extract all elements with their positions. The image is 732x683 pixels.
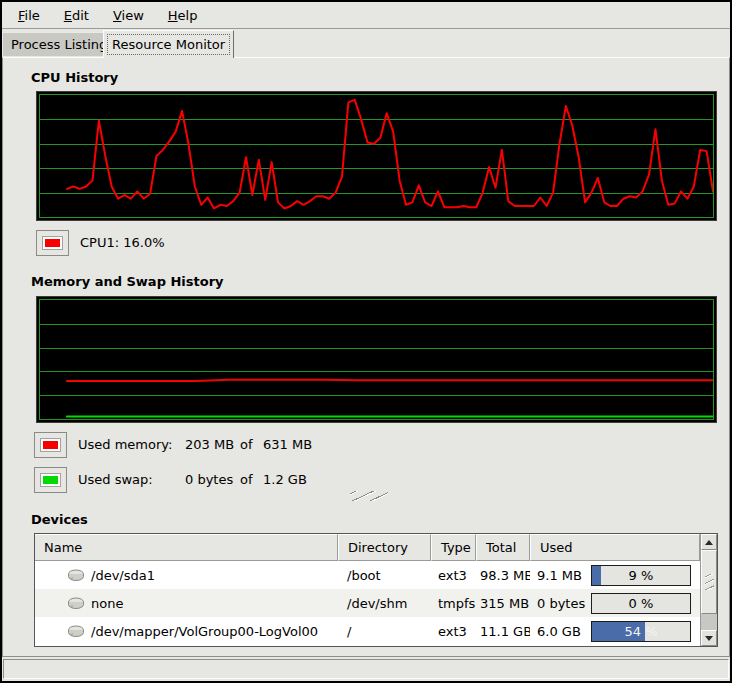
tab-label: Process Listing	[11, 37, 107, 52]
device-used: 6.0 GB	[530, 624, 581, 639]
swap-legend-label: Used swap:	[78, 472, 185, 487]
memory-line-svg	[40, 300, 713, 419]
memory-of-text: of	[240, 437, 263, 452]
device-type: tmpfs	[431, 596, 476, 611]
device-name: none	[91, 596, 123, 611]
cpu-history-chart	[36, 91, 717, 221]
device-directory: /boot	[338, 568, 431, 583]
progress-label: 54 %	[592, 622, 690, 641]
menu-file[interactable]: File	[8, 5, 50, 26]
device-directory: /	[338, 624, 431, 639]
scroll-up-button[interactable]	[701, 534, 717, 550]
swap-legend-row: Used swap: 0 bytes of 1.2 GB	[34, 466, 307, 493]
column-header-directory[interactable]: Directory	[338, 534, 431, 561]
disk-icon	[67, 568, 85, 582]
table-row[interactable]: /dev/mapper/VolGroup00-LogVol00 / ext3 1…	[35, 617, 700, 645]
memory-swap-title: Memory and Swap History	[31, 274, 224, 289]
disk-icon	[67, 624, 85, 638]
column-header-type[interactable]: Type	[431, 534, 476, 561]
usage-progress-bar: 0 %	[591, 593, 691, 614]
scrollbar-grip-icon	[705, 574, 714, 590]
cpu1-line	[67, 100, 713, 209]
tab-resource-monitor[interactable]: Resource Monitor	[103, 30, 234, 58]
memory-swap-chart	[36, 296, 717, 423]
cpu-history-title: CPU History	[31, 70, 118, 85]
disk-icon	[67, 596, 85, 610]
cpu-plot-area	[39, 94, 714, 218]
arrow-up-icon	[705, 540, 713, 545]
tab-focus-rect	[107, 34, 230, 55]
swap-color-swatch	[41, 474, 60, 486]
devices-table-header: Name Directory Type Total Used	[35, 534, 700, 561]
cpu1-color-swatch	[43, 237, 62, 249]
tab-process-listing[interactable]: Process Listing	[2, 32, 116, 56]
menu-view[interactable]: View	[103, 5, 154, 26]
device-name: /dev/mapper/VolGroup00-LogVol00	[91, 624, 318, 639]
pane-resize-grip[interactable]	[350, 491, 388, 501]
memory-plot-area	[39, 299, 714, 420]
memory-used-value: 203 MB	[185, 437, 240, 452]
device-used: 9.1 MB	[530, 568, 582, 583]
scrollbar-thumb[interactable]	[701, 550, 717, 614]
cpu1-legend-label: CPU1: 16.0%	[80, 235, 165, 250]
menu-edit[interactable]: Edit	[54, 5, 99, 26]
column-header-used[interactable]: Used	[530, 534, 700, 561]
swap-total-value: 1.2 GB	[263, 472, 307, 487]
statusbar	[3, 659, 729, 679]
device-total: 315 MB	[476, 596, 530, 611]
memory-legend-label: Used memory:	[78, 437, 185, 452]
menubar: File Edit View Help	[2, 2, 730, 29]
table-row[interactable]: /dev/sda1 /boot ext3 98.3 MB 9.1 MB 9 %	[35, 561, 700, 589]
progress-label: 9 %	[592, 566, 690, 585]
swap-of-text: of	[240, 472, 263, 487]
device-directory: /dev/shm	[338, 596, 431, 611]
devices-table: Name Directory Type Total Used /dev/sd	[34, 533, 718, 647]
arrow-down-icon	[705, 636, 713, 641]
swap-color-button[interactable]	[34, 467, 67, 493]
resource-monitor-page: CPU History CPU1: 16.0% Memory and Swap …	[2, 57, 730, 657]
cpu-legend: CPU1: 16.0%	[36, 229, 165, 256]
cpu-line-svg	[40, 95, 713, 217]
column-header-total[interactable]: Total	[476, 534, 530, 561]
progress-label: 0 %	[592, 594, 690, 613]
column-header-name[interactable]: Name	[35, 534, 338, 561]
device-used: 0 bytes	[530, 596, 585, 611]
menu-help[interactable]: Help	[158, 5, 208, 26]
device-type: ext3	[431, 568, 476, 583]
usage-progress-bar: 9 %	[591, 565, 691, 586]
usage-progress-bar: 54 %	[591, 621, 691, 642]
swap-used-value: 0 bytes	[185, 472, 240, 487]
device-total: 11.1 GB	[476, 624, 530, 639]
device-total: 98.3 MB	[476, 568, 530, 583]
cpu1-color-button[interactable]	[36, 230, 69, 256]
memory-legend-row: Used memory: 203 MB of 631 MB	[34, 431, 312, 458]
system-monitor-window: File Edit View Help Process Listing Reso…	[0, 0, 732, 683]
devices-title: Devices	[31, 512, 88, 527]
device-name: /dev/sda1	[91, 568, 155, 583]
memory-color-swatch	[41, 439, 60, 451]
device-type: ext3	[431, 624, 476, 639]
scroll-down-button[interactable]	[701, 630, 717, 646]
table-row[interactable]: none /dev/shm tmpfs 315 MB 0 bytes 0 %	[35, 589, 700, 617]
vertical-scrollbar	[700, 534, 717, 646]
memory-color-button[interactable]	[34, 432, 67, 458]
devices-table-main: Name Directory Type Total Used /dev/sd	[35, 534, 700, 646]
memory-total-value: 631 MB	[263, 437, 312, 452]
used-memory-line	[67, 380, 713, 381]
scrollbar-trough[interactable]	[701, 614, 717, 630]
